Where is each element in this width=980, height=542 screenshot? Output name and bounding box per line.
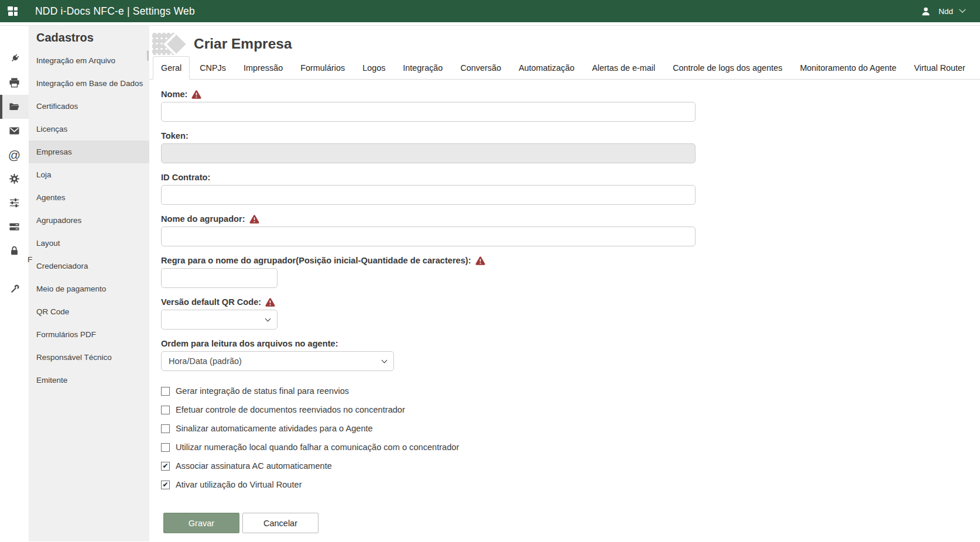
sidebar-item[interactable]: Layout — [29, 232, 149, 255]
form-geral: Nome:Token:ID Contrato:Nome do agrupador… — [149, 80, 980, 533]
checkbox-row[interactable]: Gerar integração de status final para re… — [161, 386, 980, 396]
rail-item-at[interactable]: @ — [0, 143, 29, 167]
field-input[interactable] — [161, 268, 277, 288]
wrench-icon — [8, 283, 20, 296]
at-sign-icon: @ — [8, 149, 20, 161]
chevron-down-icon — [959, 6, 965, 13]
field-label: Ordem para leitura dos arquivos no agent… — [161, 339, 338, 348]
checkbox-checked-icon[interactable] — [161, 462, 170, 471]
sidebar-item[interactable]: Emitente — [29, 369, 149, 392]
field-label: Nome do agrupador: — [161, 214, 245, 224]
tab[interactable]: Geral — [153, 56, 190, 80]
form-group: Nome do agrupador: — [161, 214, 980, 246]
tab[interactable]: Alertas de e-mail — [584, 56, 663, 79]
sidebar-item[interactable]: Responsável Técnico — [29, 346, 149, 369]
sliders-icon — [8, 197, 20, 209]
page-header: Criar Empresa — [149, 26, 980, 56]
sidebar-item[interactable]: Credenciadora — [29, 255, 149, 277]
checkbox-label: Sinalizar automaticamente atividades par… — [176, 424, 373, 433]
tab[interactable]: Monitoramento do Agente — [792, 56, 904, 79]
rail-item-servers[interactable] — [0, 215, 29, 239]
tab[interactable]: Conversão — [453, 56, 509, 79]
field-label-row: Versão default QR Code: — [161, 297, 980, 307]
sidebar-item[interactable]: Agentes — [29, 186, 149, 209]
rail-item-security[interactable] — [0, 239, 29, 263]
checkbox-label: Efetuar controle de documentos reenviado… — [176, 405, 405, 414]
sidebar-item[interactable]: Formulários PDF — [29, 323, 149, 346]
app-title: NDD i-Docs NFC-e | Settings Web — [35, 5, 195, 18]
checkbox-label: Associar assinatura AC automaticamente — [176, 461, 332, 471]
checkbox-row[interactable]: Ativar utilização do Virtual Router — [161, 480, 980, 489]
sidebar-item[interactable]: Agrupadores — [29, 209, 149, 232]
tab[interactable]: Integração — [395, 56, 450, 79]
rail-item-tools[interactable] — [0, 277, 29, 301]
checkbox-group: Gerar integração de status final para re… — [161, 386, 980, 489]
checkbox-row[interactable]: Associar assinatura AC automaticamente — [161, 461, 980, 471]
field-input[interactable] — [161, 102, 695, 122]
tab-bar: GeralCNPJsImpressãoFormuláriosLogosInteg… — [149, 56, 980, 80]
sidebar-scrollbar[interactable] — [147, 50, 149, 61]
checkbox-unchecked-icon[interactable] — [161, 443, 170, 452]
envelope-icon — [8, 125, 20, 137]
app-launcher-icon[interactable] — [8, 6, 19, 16]
sidebar-item[interactable]: Loja — [29, 163, 149, 186]
tab[interactable]: Logos — [355, 56, 393, 79]
form-group: Versão default QR Code: — [161, 297, 980, 330]
sidebar-item[interactable]: Integração em Arquivo — [29, 49, 149, 72]
server-icon — [8, 221, 20, 233]
cancel-button[interactable]: Cancelar — [242, 513, 318, 533]
sidebar-item[interactable]: Empresas — [29, 140, 149, 163]
tab[interactable]: Formulários — [293, 56, 352, 79]
sidebar-item[interactable]: Certificados — [29, 95, 149, 118]
tab[interactable]: Automatização — [511, 56, 582, 79]
field-select[interactable]: Hora/Data (padrão) — [161, 351, 394, 371]
tab[interactable]: Virtual Router — [906, 56, 973, 79]
icon-rail: @ — [0, 26, 29, 541]
field-input[interactable] — [161, 185, 695, 205]
field-label-row: Nome do agrupador: — [161, 214, 980, 224]
warning-icon — [475, 256, 485, 265]
sidebar-item[interactable]: Integração em Base de Dados — [29, 72, 149, 95]
warning-icon — [249, 215, 259, 224]
save-button[interactable]: Gravar — [163, 513, 239, 533]
checkbox-row[interactable]: Sinalizar automaticamente atividades par… — [161, 424, 980, 433]
tab[interactable]: Impressão — [236, 56, 290, 79]
rail-item-printing[interactable] — [0, 71, 29, 95]
page-title: Criar Empresa — [194, 36, 292, 52]
field-label: Nome: — [161, 90, 187, 99]
checkbox-row[interactable]: Efetuar controle de documentos reenviado… — [161, 405, 980, 414]
field-input — [161, 143, 695, 163]
app-screen: NDD i-Docs NFC-e | Settings Web Ndd — [0, 0, 980, 542]
checkbox-unchecked-icon[interactable] — [161, 424, 170, 433]
field-select[interactable] — [161, 310, 277, 330]
form-group: Ordem para leitura dos arquivos no agent… — [161, 339, 980, 371]
form-group: Token: — [161, 131, 980, 163]
rail-item-settings[interactable] — [0, 167, 29, 191]
main-content: Criar Empresa GeralCNPJsImpressãoFormulá… — [149, 26, 980, 541]
sidebar-list: Integração em ArquivoIntegração em Base … — [29, 49, 149, 392]
sidebar-item[interactable]: Meio de pagamento — [29, 277, 149, 300]
checkbox-label: Utilizar numeração local quando falhar a… — [176, 442, 459, 452]
form-group: Nome: — [161, 90, 980, 122]
user-menu[interactable]: Ndd — [920, 6, 980, 17]
field-input[interactable] — [161, 227, 695, 246]
tab[interactable]: Controle de logs dos agentes — [665, 56, 790, 79]
rail-item-mail[interactable] — [0, 119, 29, 143]
sidebar-cadastros: Cadastros Integração em ArquivoIntegraçã… — [29, 26, 149, 541]
checkbox-unchecked-icon[interactable] — [161, 387, 170, 396]
top-bar: NDD i-Docs NFC-e | Settings Web Ndd — [0, 0, 980, 22]
checkbox-unchecked-icon[interactable] — [161, 406, 170, 414]
checkbox-checked-icon[interactable] — [161, 481, 170, 489]
checkbox-row[interactable]: Utilizar numeração local quando falhar a… — [161, 442, 980, 452]
sidebar-title: Cadastros — [29, 31, 149, 44]
rail-item-registrations[interactable] — [0, 95, 29, 119]
sidebar-item[interactable]: QR Code — [29, 300, 149, 323]
stray-label: F — [28, 255, 32, 264]
tab[interactable]: CNPJs — [192, 56, 234, 79]
rail-item-integration[interactable] — [0, 47, 29, 71]
form-actions: Gravar Cancelar — [163, 513, 980, 533]
printer-icon — [8, 77, 20, 89]
field-label-row: Ordem para leitura dos arquivos no agent… — [161, 339, 980, 348]
sidebar-item[interactable]: Licenças — [29, 118, 149, 140]
rail-item-parameters[interactable] — [0, 191, 29, 215]
